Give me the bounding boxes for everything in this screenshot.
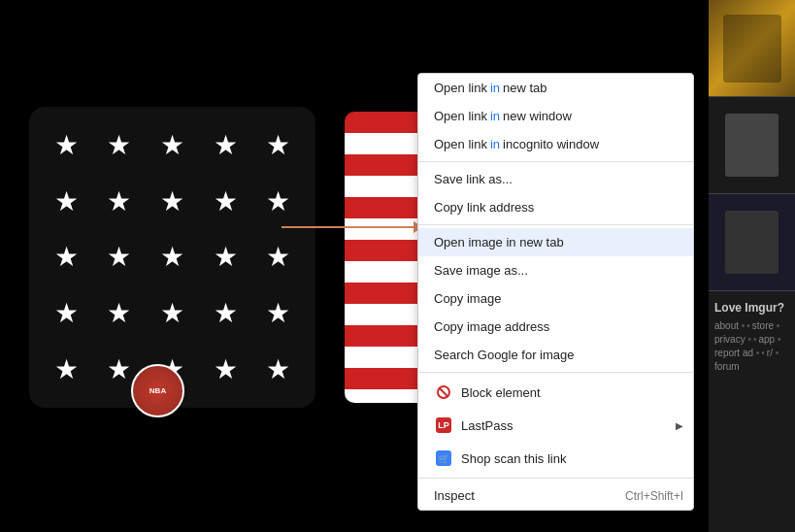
context-arrow [282, 226, 422, 228]
menu-lastpass[interactable]: LP LastPass [418, 409, 693, 442]
menu-save-link-as[interactable]: Save link as... [418, 165, 693, 193]
inspect-shortcut: Ctrl+Shift+I [625, 489, 683, 503]
divider-2 [418, 224, 693, 225]
divider-1 [418, 161, 693, 162]
menu-copy-link-address[interactable]: Copy link address [418, 193, 693, 221]
divider-3 [418, 372, 693, 373]
menu-open-image-new-tab[interactable]: Open image in new tab [418, 228, 693, 256]
menu-copy-image-address[interactable]: Copy image address [418, 313, 693, 341]
divider-4 [418, 478, 693, 479]
sidebar-link-apps[interactable]: app [758, 334, 780, 346]
cornhole-bag-striped [345, 112, 427, 403]
menu-open-link-new-window[interactable]: Open link in new window [418, 102, 693, 130]
sidebar-link-forum[interactable]: forum [714, 361, 740, 372]
lastpass-icon: LP [434, 416, 453, 435]
menu-open-link-new-tab[interactable]: Open link in new tab [418, 74, 693, 102]
menu-inspect[interactable]: Inspect Ctrl+Shift+I [418, 482, 693, 510]
menu-shop-scan[interactable]: 🛒 Shop scan this link [418, 442, 693, 475]
right-sidebar: Love Imgur? about • store privacy • app … [709, 0, 795, 532]
sidebar-links: about • store privacy • app report ad • … [714, 320, 789, 372]
menu-copy-image[interactable]: Copy image [418, 284, 693, 313]
sidebar-link-r[interactable]: r/ [767, 348, 778, 359]
menu-search-google-image[interactable]: Search Google for image [418, 341, 693, 369]
sidebar-link-privacy[interactable]: privacy [714, 334, 751, 346]
shop-icon: 🛒 [434, 449, 453, 468]
menu-save-image-as[interactable]: Save image as... [418, 256, 693, 284]
nba-logo: NBA [131, 364, 184, 417]
sidebar-love-imgur-title: Love Imgur? [714, 301, 789, 315]
cornhole-bag-main: ★ ★ ★ ★ ★ ★ ★ ★ ★ ★ ★ ★ ★ ★ ★ ★ ★ ★ ★ ★ … [29, 107, 315, 408]
context-menu: Open link in new tab Open link in new wi… [417, 73, 694, 511]
sidebar-link-report[interactable]: report ad [714, 348, 759, 359]
block-icon [434, 382, 453, 402]
sidebar-thumbnail-3[interactable] [709, 194, 795, 291]
menu-open-link-incognito[interactable]: Open link in incognito window [418, 130, 693, 158]
sidebar-thumbnail-2[interactable] [709, 97, 795, 194]
sidebar-love-imgur-section: Love Imgur? about • store privacy • app … [709, 291, 795, 382]
menu-block-element[interactable]: Block element [418, 376, 693, 409]
sidebar-link-about[interactable]: about [714, 320, 745, 332]
sidebar-thumbnail-1[interactable] [709, 0, 795, 97]
sidebar-link-store[interactable]: store [752, 320, 780, 332]
